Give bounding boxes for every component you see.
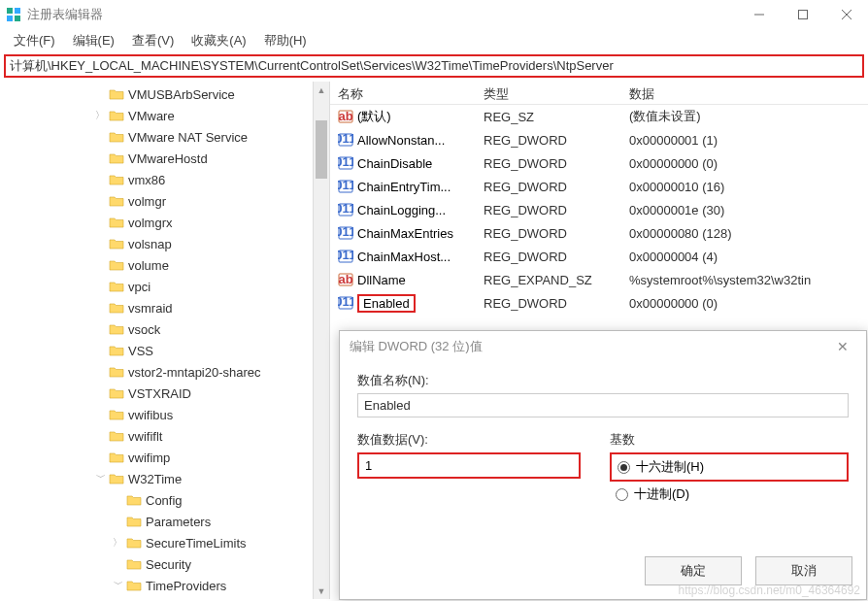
dialog-titlebar[interactable]: 编辑 DWORD (32 位)值 ✕ [340,331,866,362]
tree-item[interactable]: vpci [0,276,329,297]
svg-rect-1 [15,8,20,14]
tree-item[interactable]: VMware NAT Service [0,126,329,148]
tree-item[interactable]: vstor2-mntapi20-sharec [0,361,329,383]
tree-item[interactable]: 〉W32Time [0,468,329,489]
menu-view[interactable]: 查看(V) [124,30,182,51]
tree-item[interactable]: vwifimp [0,447,329,468]
expander-placeholder [93,130,107,144]
value-row[interactable]: abDllNameREG_EXPAND_SZ%systemroot%\syste… [330,268,868,291]
menu-file[interactable]: 文件(F) [6,30,63,51]
tree-item-label: TimeProviders [146,579,226,593]
tree-item-label: vsmraid [128,301,173,316]
svg-text:011: 011 [338,179,353,192]
value-row[interactable]: ab(默认)REG_SZ(数值未设置) [330,105,868,128]
tree-item[interactable]: VSS [0,340,329,361]
radio-dec-label: 十进制(D) [634,485,689,503]
tree-scrollbar[interactable]: ▲ ▼ [313,82,329,599]
tree-item[interactable]: Parameters [0,511,329,532]
value-name: Enabled [357,294,416,313]
ok-button[interactable]: 确定 [645,556,742,585]
expander-placeholder [93,194,107,208]
svg-text:011: 011 [338,132,353,146]
close-button[interactable] [824,0,868,29]
chevron-right-icon[interactable]: 〉 [111,536,124,550]
tree-item[interactable]: vwififlt [0,425,329,447]
tree-item-label: vstor2-mntapi20-sharec [128,365,261,380]
address-bar[interactable]: 计算机\HKEY_LOCAL_MACHINE\SYSTEM\CurrentCon… [4,54,864,78]
radio-hex-icon [618,461,630,474]
expander-placeholder [111,557,124,571]
value-row[interactable]: 011ChainMaxEntriesREG_DWORD0x00000080 (1… [330,221,868,245]
tree-item-label: SecureTimeLimits [146,536,247,551]
value-data-input[interactable]: 1 [357,452,581,479]
tree-item[interactable]: Security [0,553,329,575]
tree-item-label: Security [146,557,191,572]
radio-dec[interactable]: 十进制(D) [610,482,849,507]
value-name: ChainEntryTim... [357,180,451,194]
value-name: AllowNonstan... [357,133,445,148]
value-data: 0x00000010 (16) [621,180,868,194]
tree-item[interactable]: 〉TimeProviders [0,575,329,596]
tree-item[interactable]: Config [0,489,329,511]
chevron-right-icon[interactable]: 〉 [93,109,107,122]
value-type: REG_DWORD [476,250,621,264]
value-row[interactable]: 011ChainMaxHost...REG_DWORD0x00000004 (4… [330,245,868,268]
tree-item[interactable]: vwifibus [0,404,329,425]
value-row[interactable]: 011ChainEntryTim...REG_DWORD0x00000010 (… [330,175,868,198]
tree-item[interactable]: VMwareHostd [0,148,329,169]
col-type[interactable]: 类型 [476,82,621,104]
scroll-up-icon[interactable]: ▲ [314,82,329,98]
menu-help[interactable]: 帮助(H) [256,30,315,51]
scroll-down-icon[interactable]: ▼ [314,583,329,599]
col-data[interactable]: 数据 [621,82,868,104]
tree-item-label: VMware NAT Service [128,130,248,145]
value-name-field[interactable]: Enabled [357,393,849,417]
value-name: ChainMaxHost... [357,250,451,264]
col-name[interactable]: 名称 [330,82,476,104]
svg-rect-2 [7,16,13,21]
tree-item[interactable]: 〉SecureTimeLimits [0,532,329,553]
value-row[interactable]: 011ChainDisableREG_DWORD0x00000000 (0) [330,151,868,175]
menu-edit[interactable]: 编辑(E) [65,30,122,51]
tree-item[interactable]: VMUSBArbService [0,83,329,105]
svg-text:011: 011 [338,155,353,169]
scroll-thumb[interactable] [316,120,327,179]
tree-item[interactable]: volsnap [0,233,329,254]
tree-item[interactable]: volmgrx [0,212,329,233]
expander-placeholder [93,258,107,272]
tree-item-label: vwifimp [128,451,170,465]
tree-item[interactable]: vsock [0,318,329,340]
registry-tree[interactable]: VMUSBArbService〉VMwareVMware NAT Service… [0,82,329,596]
expander-placeholder [111,515,124,528]
expander-placeholder [93,173,107,186]
radio-hex-label: 十六进制(H) [636,458,704,476]
radio-hex[interactable]: 十六进制(H) [610,452,849,482]
tree-item-label: vsock [128,322,160,337]
value-data: 0x00000004 (4) [621,250,868,264]
maximize-button[interactable] [781,0,824,29]
value-row[interactable]: 011AllowNonstan...REG_DWORD0x00000001 (1… [330,128,868,151]
expander-placeholder [93,216,107,229]
tree-item[interactable]: VSTXRAID [0,383,329,404]
tree-item[interactable]: vmx86 [0,169,329,190]
value-data-label: 数值数据(V): [357,431,581,449]
menubar: 文件(F) 编辑(E) 查看(V) 收藏夹(A) 帮助(H) [0,29,868,52]
chevron-down-icon[interactable]: 〉 [93,472,107,485]
dialog-close-button[interactable]: ✕ [829,333,856,360]
tree-item[interactable]: 〉VMware [0,105,329,126]
app-icon [6,7,21,22]
cancel-button[interactable]: 取消 [755,556,852,585]
minimize-button[interactable] [737,0,781,29]
expander-placeholder [93,322,107,336]
tree-item-label: VSTXRAID [128,386,191,401]
svg-text:011: 011 [338,225,353,239]
menu-favorites[interactable]: 收藏夹(A) [184,30,253,51]
value-row[interactable]: 011EnabledREG_DWORD0x00000000 (0) [330,291,868,315]
value-type: REG_DWORD [476,226,621,241]
tree-item-label: volume [128,258,169,273]
tree-item[interactable]: volmgr [0,190,329,212]
tree-item[interactable]: vsmraid [0,297,329,318]
chevron-down-icon[interactable]: 〉 [111,579,124,592]
value-row[interactable]: 011ChainLogging...REG_DWORD0x0000001e (3… [330,198,868,221]
tree-item[interactable]: volume [0,254,329,276]
